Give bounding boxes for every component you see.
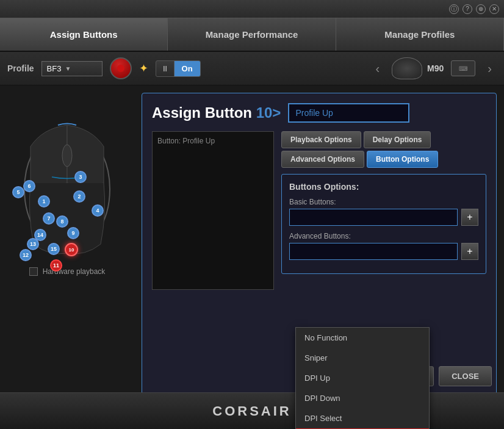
close-icon[interactable]: ✕ [489, 4, 499, 14]
dropdown-item-no-function[interactable]: No Function [296, 328, 429, 348]
advanced-options-btn[interactable]: Advanced Options [281, 151, 364, 168]
tab-manage-profiles[interactable]: Manage Profiles [336, 18, 504, 51]
mouse-btn-14[interactable]: 14 [34, 229, 46, 241]
mouse-btn-15[interactable]: 15 [48, 243, 60, 255]
basic-buttons-row: + [289, 209, 478, 226]
nav-tabs: Assign Buttons Manage Performance Manage… [0, 18, 504, 52]
preview-text: Button: Profile Up [157, 137, 215, 145]
function-dropdown: No Function Sniper DPI Up DPI Down DPI S… [295, 327, 430, 429]
basic-buttons-label: Basic Buttons: [289, 198, 478, 206]
assign-name-input[interactable] [288, 103, 409, 123]
chevron-down-icon: ▼ [65, 65, 71, 72]
mouse-btn-3[interactable]: 3 [74, 171, 87, 183]
left-panel: 1 2 3 4 5 6 [0, 85, 134, 429]
tab-manage-performance[interactable]: Manage Performance [168, 18, 336, 51]
title-bar: ⓘ ? ⊕ ✕ [0, 0, 504, 18]
mouse-btn-7[interactable]: 7 [43, 212, 55, 225]
lighting-icon[interactable]: ✦ [139, 62, 148, 75]
advanced-buttons-row: + [289, 243, 478, 260]
hardware-playback-row: Hardware playback [29, 267, 106, 276]
mouse-model: M90 [392, 57, 444, 79]
mouse-btn-11[interactable]: 11 [50, 259, 62, 272]
mouse-btn-5[interactable]: 5 [12, 186, 24, 198]
mouse-btn-9[interactable]: 9 [67, 227, 79, 239]
hardware-playback-checkbox[interactable] [29, 267, 38, 276]
nav-right-arrow[interactable]: › [483, 62, 497, 76]
toolbar: Profile BF3 ▼ ✦ ⏸ On ‹ M90 ⌨ › [0, 52, 504, 85]
mouse-btn-1[interactable]: 1 [38, 195, 50, 207]
options-panel: Playback Options Delay Options Advanced … [281, 131, 486, 290]
preview-box: Button: Profile Up [152, 131, 274, 290]
buttons-options-title: Buttons Options: [289, 182, 478, 192]
button-indicators: 1 2 3 4 5 6 [6, 92, 128, 262]
advanced-buttons-input[interactable] [289, 243, 458, 260]
info-icon[interactable]: ⓘ [449, 4, 459, 14]
close-button[interactable]: CLOSE [439, 366, 492, 386]
basic-buttons-input[interactable] [289, 209, 458, 226]
assign-title: Assign Button 10> [152, 104, 281, 121]
options-buttons-row: Playback Options Delay Options Advanced … [281, 131, 486, 168]
mouse-btn-6[interactable]: 6 [23, 180, 35, 192]
button-options-btn[interactable]: Button Options [367, 151, 438, 168]
advanced-buttons-label: Advanced Buttons: [289, 232, 478, 240]
playback-options-btn[interactable]: Playback Options [281, 131, 361, 148]
pause-icon: ⏸ [156, 61, 175, 76]
assign-body: Button: Profile Up Playback Options Dela… [152, 131, 486, 290]
buttons-options-box: Buttons Options: Basic Buttons: + Advanc… [281, 174, 486, 274]
toggle-on-label: On [175, 61, 200, 76]
main-content: 1 2 3 4 5 6 [0, 85, 504, 429]
record-button[interactable] [110, 57, 132, 79]
corsair-logo: CORSAIR [212, 403, 291, 419]
basic-buttons-add-btn[interactable]: + [461, 209, 478, 226]
nav-left-arrow[interactable]: ‹ [370, 62, 384, 76]
record-inner [117, 65, 124, 72]
delay-options-btn[interactable]: Delay Options [364, 131, 431, 148]
dropdown-item-dpi-down[interactable]: DPI Down [296, 388, 429, 408]
mouse-btn-2[interactable]: 2 [73, 190, 85, 203]
mouse-model-label: M90 [427, 63, 444, 73]
keyboard-icon[interactable]: ⌨ [451, 60, 475, 76]
profile-dropdown[interactable]: BF3 ▼ [41, 61, 103, 76]
mouse-thumbnail [392, 57, 422, 79]
toggle-button[interactable]: ⏸ On [156, 60, 201, 77]
mouse-btn-8[interactable]: 8 [56, 215, 68, 228]
tab-assign-buttons[interactable]: Assign Buttons [0, 18, 168, 51]
profile-label: Profile [7, 63, 34, 73]
help-icon[interactable]: ? [463, 4, 472, 14]
mouse-diagram: 1 2 3 4 5 6 [6, 92, 128, 262]
dropdown-item-dpi-select[interactable]: DPI Select [296, 408, 429, 428]
assign-number: 10> [256, 104, 281, 121]
mouse-btn-10[interactable]: 10 [65, 243, 78, 256]
dropdown-item-dpi-up[interactable]: DPI Up [296, 368, 429, 388]
advanced-buttons-add-btn[interactable]: + [461, 243, 478, 260]
dropdown-item-sniper[interactable]: Sniper [296, 348, 429, 368]
web-icon[interactable]: ⊕ [476, 4, 486, 14]
assign-header: Assign Button 10> [152, 103, 486, 123]
mouse-btn-12[interactable]: 12 [20, 249, 32, 261]
mouse-btn-4[interactable]: 4 [92, 204, 104, 217]
